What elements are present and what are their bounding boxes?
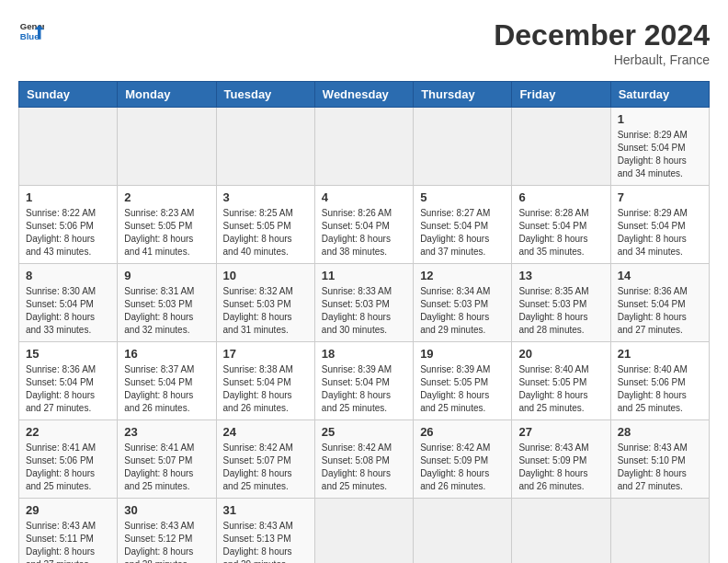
calendar-cell: 15Sunrise: 8:36 AMSunset: 5:04 PMDayligh… [19, 342, 118, 420]
day-info: Sunrise: 8:39 AMSunset: 5:05 PMDaylight:… [420, 363, 505, 415]
header-day-saturday: Saturday [610, 82, 709, 108]
day-info: Sunrise: 8:42 AMSunset: 5:07 PMDaylight:… [223, 442, 308, 493]
day-info: Sunrise: 8:43 AMSunset: 5:11 PMDaylight:… [26, 520, 110, 563]
day-number: 12 [420, 269, 505, 282]
calendar-cell: 17Sunrise: 8:38 AMSunset: 5:04 PMDayligh… [216, 342, 314, 420]
calendar-cell: 22Sunrise: 8:41 AMSunset: 5:06 PMDayligh… [19, 420, 118, 499]
day-info: Sunrise: 8:29 AMSunset: 5:04 PMDaylight:… [618, 129, 702, 180]
calendar-week-5: 29Sunrise: 8:43 AMSunset: 5:11 PMDayligh… [19, 499, 710, 564]
day-number: 7 [618, 190, 702, 204]
header-day-monday: Monday [118, 82, 216, 108]
day-info: Sunrise: 8:41 AMSunset: 5:07 PMDaylight:… [124, 442, 209, 493]
day-number: 16 [124, 347, 209, 361]
calendar-header-row: SundayMondayTuesdayWednesdayThursdayFrid… [19, 82, 710, 108]
calendar-cell: 19Sunrise: 8:39 AMSunset: 5:05 PMDayligh… [414, 342, 512, 420]
calendar-cell: 20Sunrise: 8:40 AMSunset: 5:05 PMDayligh… [512, 342, 610, 420]
day-number: 11 [322, 269, 406, 282]
calendar-cell: 29Sunrise: 8:43 AMSunset: 5:11 PMDayligh… [19, 499, 118, 564]
day-info: Sunrise: 8:43 AMSunset: 5:13 PMDaylight:… [223, 520, 308, 563]
day-number: 5 [420, 190, 505, 204]
calendar-cell: 27Sunrise: 8:43 AMSunset: 5:09 PMDayligh… [512, 420, 610, 499]
calendar-cell: 7Sunrise: 8:29 AMSunset: 5:04 PMDaylight… [610, 186, 709, 264]
day-info: Sunrise: 8:32 AMSunset: 5:03 PMDaylight:… [223, 285, 308, 337]
day-info: Sunrise: 8:29 AMSunset: 5:04 PMDaylight:… [618, 207, 702, 259]
day-info: Sunrise: 8:34 AMSunset: 5:03 PMDaylight:… [420, 285, 505, 337]
logo: General Blue [18, 18, 44, 44]
day-number: 13 [518, 269, 603, 282]
day-info: Sunrise: 8:36 AMSunset: 5:04 PMDaylight:… [618, 285, 702, 337]
calendar-week-0: 1Sunrise: 8:29 AMSunset: 5:04 PMDaylight… [19, 108, 710, 186]
day-number: 23 [124, 425, 209, 439]
day-info: Sunrise: 8:23 AMSunset: 5:05 PMDaylight:… [124, 207, 209, 259]
day-number: 2 [124, 190, 209, 204]
day-info: Sunrise: 8:43 AMSunset: 5:10 PMDaylight:… [618, 442, 702, 493]
calendar-week-4: 22Sunrise: 8:41 AMSunset: 5:06 PMDayligh… [19, 420, 710, 499]
day-number: 25 [322, 425, 406, 439]
day-number: 9 [124, 269, 209, 282]
calendar-cell: 11Sunrise: 8:33 AMSunset: 5:03 PMDayligh… [314, 264, 413, 342]
day-number: 14 [618, 269, 702, 282]
calendar-cell: 16Sunrise: 8:37 AMSunset: 5:04 PMDayligh… [118, 342, 216, 420]
day-info: Sunrise: 8:36 AMSunset: 5:04 PMDaylight:… [26, 363, 110, 415]
day-number: 17 [223, 347, 308, 361]
day-info: Sunrise: 8:43 AMSunset: 5:12 PMDaylight:… [124, 520, 209, 563]
calendar-cell [19, 108, 118, 186]
day-number: 6 [518, 190, 603, 204]
day-info: Sunrise: 8:37 AMSunset: 5:04 PMDaylight:… [124, 363, 209, 415]
logo-icon: General Blue [18, 18, 44, 44]
page-header: General Blue December 2024 Herbault, Fra… [18, 18, 710, 67]
calendar-cell: 9Sunrise: 8:31 AMSunset: 5:03 PMDaylight… [118, 264, 216, 342]
calendar-cell: 14Sunrise: 8:36 AMSunset: 5:04 PMDayligh… [610, 264, 709, 342]
calendar-cell: 18Sunrise: 8:39 AMSunset: 5:04 PMDayligh… [314, 342, 413, 420]
calendar-cell [314, 108, 413, 186]
calendar-cell [512, 108, 610, 186]
day-number: 4 [322, 190, 406, 204]
day-info: Sunrise: 8:39 AMSunset: 5:04 PMDaylight:… [322, 363, 406, 415]
calendar-cell [216, 108, 314, 186]
calendar-cell: 28Sunrise: 8:43 AMSunset: 5:10 PMDayligh… [610, 420, 709, 499]
day-info: Sunrise: 8:27 AMSunset: 5:04 PMDaylight:… [420, 207, 505, 259]
calendar-cell [414, 499, 512, 564]
day-number: 22 [26, 425, 110, 439]
day-info: Sunrise: 8:35 AMSunset: 5:03 PMDaylight:… [518, 285, 603, 337]
day-info: Sunrise: 8:31 AMSunset: 5:03 PMDaylight:… [124, 285, 209, 337]
day-info: Sunrise: 8:40 AMSunset: 5:06 PMDaylight:… [618, 363, 702, 415]
calendar-cell: 1Sunrise: 8:22 AMSunset: 5:06 PMDaylight… [19, 186, 118, 264]
day-number: 19 [420, 347, 505, 361]
day-info: Sunrise: 8:42 AMSunset: 5:09 PMDaylight:… [420, 442, 505, 493]
day-number: 20 [518, 347, 603, 361]
calendar-cell: 21Sunrise: 8:40 AMSunset: 5:06 PMDayligh… [610, 342, 709, 420]
day-number: 21 [618, 347, 702, 361]
calendar-cell: 4Sunrise: 8:26 AMSunset: 5:04 PMDaylight… [314, 186, 413, 264]
calendar-cell: 24Sunrise: 8:42 AMSunset: 5:07 PMDayligh… [216, 420, 314, 499]
day-number: 29 [26, 503, 110, 517]
day-number: 15 [26, 347, 110, 361]
calendar-cell: 2Sunrise: 8:23 AMSunset: 5:05 PMDaylight… [118, 186, 216, 264]
calendar-cell [512, 499, 610, 564]
day-number: 8 [26, 269, 110, 282]
header-day-friday: Friday [512, 82, 610, 108]
day-info: Sunrise: 8:42 AMSunset: 5:08 PMDaylight:… [322, 442, 406, 493]
calendar-week-1: 1Sunrise: 8:22 AMSunset: 5:06 PMDaylight… [19, 186, 710, 264]
calendar-cell: 5Sunrise: 8:27 AMSunset: 5:04 PMDaylight… [414, 186, 512, 264]
day-info: Sunrise: 8:41 AMSunset: 5:06 PMDaylight:… [26, 442, 110, 493]
calendar-cell [414, 108, 512, 186]
day-number: 18 [322, 347, 406, 361]
calendar-cell: 12Sunrise: 8:34 AMSunset: 5:03 PMDayligh… [414, 264, 512, 342]
day-info: Sunrise: 8:28 AMSunset: 5:04 PMDaylight:… [518, 207, 603, 259]
calendar-cell: 8Sunrise: 8:30 AMSunset: 5:04 PMDaylight… [19, 264, 118, 342]
calendar-cell [314, 499, 413, 564]
header-day-tuesday: Tuesday [216, 82, 314, 108]
header-day-thursday: Thursday [414, 82, 512, 108]
calendar-cell: 1Sunrise: 8:29 AMSunset: 5:04 PMDaylight… [610, 108, 709, 186]
header-day-sunday: Sunday [19, 82, 118, 108]
calendar-cell: 25Sunrise: 8:42 AMSunset: 5:08 PMDayligh… [314, 420, 413, 499]
day-number: 10 [223, 269, 308, 282]
svg-text:Blue: Blue [20, 31, 40, 41]
day-number: 1 [26, 190, 110, 204]
header-day-wednesday: Wednesday [314, 82, 413, 108]
calendar-cell: 23Sunrise: 8:41 AMSunset: 5:07 PMDayligh… [118, 420, 216, 499]
calendar-week-2: 8Sunrise: 8:30 AMSunset: 5:04 PMDaylight… [19, 264, 710, 342]
calendar-cell [610, 499, 709, 564]
day-info: Sunrise: 8:40 AMSunset: 5:05 PMDaylight:… [518, 363, 603, 415]
